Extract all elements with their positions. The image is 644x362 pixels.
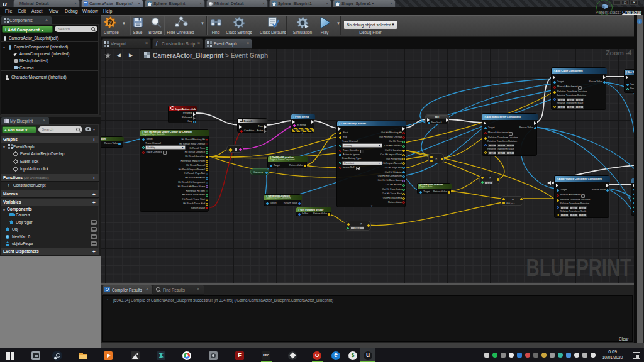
svg-text:?: ? [108,19,112,26]
